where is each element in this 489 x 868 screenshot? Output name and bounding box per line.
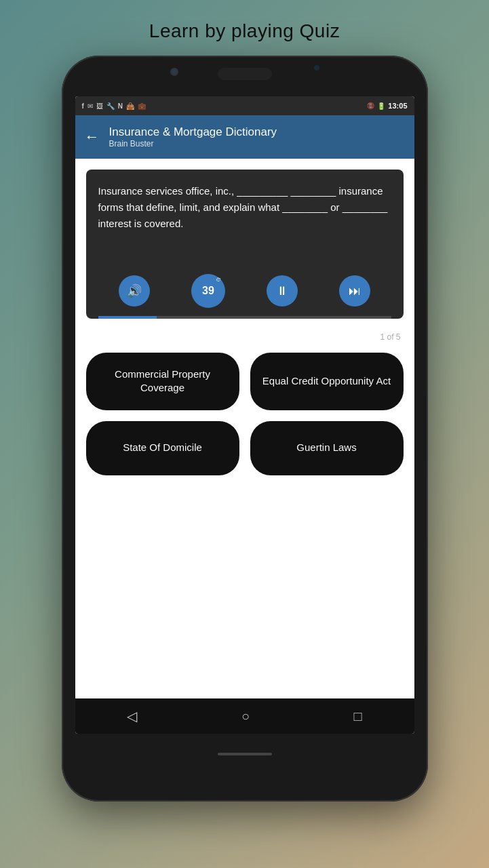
n-icon: N [118,102,123,110]
progress-bar-container [98,316,391,319]
status-icons-left: f ✉ 🖼 🔧 N 👜 💼 [82,102,146,110]
bag-icon: 👜 [126,102,134,110]
phone-speaker [218,68,272,80]
phone-screen: f ✉ 🖼 🔧 N 👜 💼 📵 🔋 13:05 ← Insurance & Mo… [75,96,414,734]
timer-icon: ⏱ [216,277,221,283]
app-toolbar: ← Insurance & Mortgage Dictionary Brain … [75,115,414,159]
tool-icon: 🔧 [106,102,115,110]
nav-back-button[interactable]: ◁ [127,708,137,724]
image-icon: 🖼 [96,102,103,110]
answer-label-3: State Of Domicile [123,441,202,454]
back-button[interactable]: ← [85,128,100,146]
mail-icon: ✉ [87,102,93,110]
answer-label-1: Commercial Property Coverage [96,368,230,395]
answer-button-4[interactable]: Guertin Laws [250,421,404,475]
quiz-content: Insurance services office, inc., _______… [75,159,414,698]
nav-home-button[interactable]: ○ [241,709,250,724]
question-controls: 🔊 ⏱ 39 ⏸ ⏭ [98,264,391,315]
skip-button[interactable]: ⏭ [339,275,370,307]
question-text: Insurance services office, inc., _______… [98,183,391,264]
phone-frame: f ✉ 🖼 🔧 N 👜 💼 📵 🔋 13:05 ← Insurance & Mo… [62,56,428,802]
fb-icon: f [82,102,84,110]
nav-bar: ◁ ○ □ [75,698,414,734]
answers-grid: Commercial Property Coverage Equal Credi… [86,353,404,475]
brief-icon: 💼 [138,102,146,110]
question-card: Insurance services office, inc., _______… [86,170,404,319]
signal-off-icon: 📵 [367,102,374,109]
skip-icon: ⏭ [349,284,361,298]
sound-button[interactable]: 🔊 [119,275,150,307]
toolbar-subtitle: Brain Buster [109,139,277,149]
answer-button-2[interactable]: Equal Credit Opportunity Act [250,353,404,410]
answer-label-2: Equal Credit Opportunity Act [262,374,391,388]
nav-recent-button[interactable]: □ [354,709,362,724]
status-time: 13:05 [388,102,407,110]
answer-label-4: Guertin Laws [296,441,356,454]
pause-icon: ⏸ [276,284,288,298]
pause-button[interactable]: ⏸ [267,275,298,307]
page-title: Learn by playing Quiz [149,20,340,42]
battery-icon: 🔋 [377,102,385,110]
front-sensor [314,65,319,71]
front-camera [170,68,178,76]
status-icons-right: 📵 🔋 13:05 [367,102,407,110]
timer-button[interactable]: ⏱ 39 [191,274,225,308]
toolbar-title: Insurance & Mortgage Dictionary [109,125,277,139]
phone-bottom [218,734,272,774]
timer-number: 39 [202,285,214,296]
progress-bar-fill [98,316,157,319]
toolbar-title-area: Insurance & Mortgage Dictionary Brain Bu… [109,125,277,149]
answer-button-1[interactable]: Commercial Property Coverage [86,353,239,410]
sound-icon: 🔊 [127,283,142,298]
home-indicator [218,753,272,755]
answer-button-3[interactable]: State Of Domicile [86,421,239,475]
pagination: 1 of 5 [86,330,404,347]
status-bar: f ✉ 🖼 🔧 N 👜 💼 📵 🔋 13:05 [75,96,414,115]
